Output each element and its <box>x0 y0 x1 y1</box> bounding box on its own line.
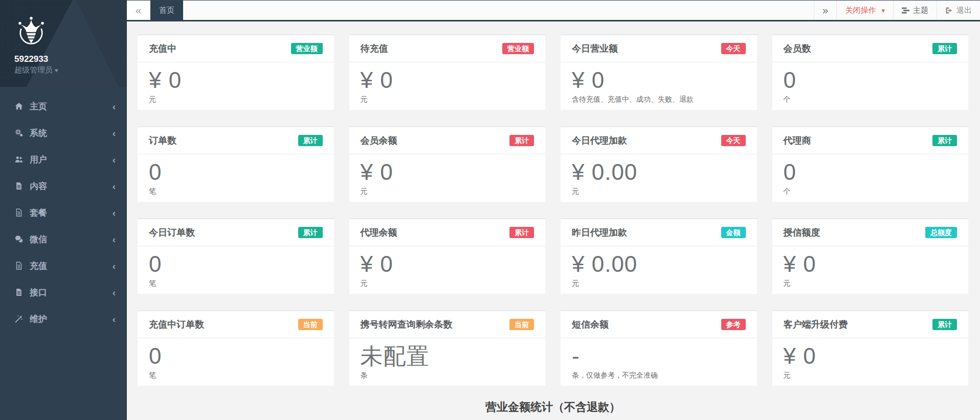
card-value: 0 <box>784 67 957 94</box>
card-title: 客户端升级付费 <box>784 318 848 331</box>
chevron-left-icon: ‹ <box>113 261 116 271</box>
card-title: 今日代理加款 <box>572 134 627 147</box>
close-operations-dropdown[interactable]: 关闭操作 ▾ <box>836 1 893 20</box>
card-unit: 笔 <box>149 371 323 380</box>
user-role-dropdown[interactable]: 超级管理员▾ <box>0 65 127 75</box>
sidebar: 5922933 超级管理员▾ 主页 ‹ 系统 ‹ 用户 ‹ 内容 ‹ 套餐 ‹ … <box>0 0 127 420</box>
user-id: 5922933 <box>0 49 127 65</box>
menu-item-label: 系统 <box>30 127 47 139</box>
stat-card: 昨日代理加款 金额 ¥ 0.00 元 <box>561 218 757 294</box>
card-title: 代理余额 <box>361 226 397 239</box>
card-badge: 金额 <box>721 227 746 239</box>
collapse-sidebar-button[interactable]: « <box>127 1 150 20</box>
stat-card: 今日订单数 累计 0 笔 <box>138 218 334 294</box>
stat-card: 充值中 营业额 ¥ 0 元 <box>138 34 334 110</box>
card-unit: 条，仅做参考，不完全准确 <box>572 371 746 380</box>
card-unit: 条 <box>361 371 534 380</box>
sidebar-item-9[interactable]: 维护 ‹ <box>0 306 127 332</box>
card-value: ¥ 0 <box>149 67 323 94</box>
stat-card: 待充值 营业额 ¥ 0 元 <box>349 34 546 110</box>
chevron-left-icon: ‹ <box>113 102 116 111</box>
card-unit: 元 <box>149 95 323 104</box>
card-badge: 累计 <box>298 135 323 147</box>
caret-down-icon: ▾ <box>881 7 885 14</box>
stat-card: 充值中订单数 当前 0 笔 <box>138 310 334 386</box>
sidebar-item-1[interactable]: 主页 ‹ <box>0 93 127 120</box>
topbar-spacer <box>183 1 814 20</box>
card-title: 今日营业额 <box>572 42 618 55</box>
card-value: ¥ 0 <box>361 67 534 94</box>
stat-card: 今日代理加款 今天 ¥ 0.00 元 <box>561 126 757 202</box>
chevron-left-icon: ‹ <box>113 155 116 165</box>
card-title: 短信余额 <box>572 318 609 331</box>
expand-tabs-button[interactable]: » <box>814 1 837 20</box>
tab-home[interactable]: 首页 <box>150 1 183 20</box>
sidebar-item-6[interactable]: 微信 ‹ <box>0 226 127 252</box>
logout-button[interactable]: 退出 <box>937 1 980 20</box>
sidebar-menu: 主页 ‹ 系统 ‹ 用户 ‹ 内容 ‹ 套餐 ‹ 微信 ‹ 充值 ‹ 接口 ‹ … <box>0 87 127 332</box>
card-unit: 元 <box>572 187 746 196</box>
sidebar-item-4[interactable]: 内容 ‹ <box>0 173 127 199</box>
card-unit: 元 <box>361 187 534 196</box>
sidebar-item-3[interactable]: 用户 ‹ <box>0 146 127 173</box>
card-value: 0 <box>149 343 323 369</box>
card-badge: 营业额 <box>502 43 534 55</box>
card-badge: 累计 <box>298 227 323 239</box>
gears-icon <box>14 129 23 137</box>
stat-cards-grid: 充值中 营业额 ¥ 0 元 待充值 营业额 ¥ 0 元 今日营业额 今天 ¥ 0… <box>138 34 968 386</box>
chevron-left-icon: ‹ <box>113 128 116 138</box>
card-badge: 累计 <box>932 135 957 147</box>
card-value: ¥ 0 <box>784 343 957 369</box>
card-badge: 当前 <box>298 319 323 331</box>
chevron-left-icon: ‹ <box>113 208 116 218</box>
sidebar-item-8[interactable]: 接口 ‹ <box>0 279 127 306</box>
card-unit: 元 <box>361 95 534 104</box>
stat-card: 授信额度 总额度 ¥ 0 元 <box>772 218 969 294</box>
chevron-left-icon: ‹ <box>113 314 116 324</box>
card-title: 昨日代理加款 <box>572 226 627 239</box>
card-title: 待充值 <box>361 42 388 55</box>
users-icon <box>14 155 23 164</box>
sidebar-item-2[interactable]: 系统 ‹ <box>0 120 127 146</box>
card-badge: 今天 <box>721 43 746 55</box>
card-value: ¥ 0 <box>361 251 534 277</box>
card-badge: 累计 <box>509 227 534 239</box>
card-title: 充值中 <box>149 42 176 55</box>
card-unit: 个 <box>784 95 957 104</box>
theme-button[interactable]: 主题 <box>893 1 937 20</box>
card-value: ¥ 0 <box>361 159 534 185</box>
card-unit: 元 <box>361 279 534 288</box>
caret-down-icon: ▾ <box>55 66 58 74</box>
card-title: 今日订单数 <box>149 226 195 239</box>
file-text-icon <box>14 262 23 270</box>
section-title: 营业金额统计（不含退款） <box>138 400 968 415</box>
menu-item-label: 接口 <box>30 287 47 298</box>
stat-card: 订单数 累计 0 笔 <box>138 126 334 202</box>
sidebar-item-7[interactable]: 充值 ‹ <box>0 252 127 279</box>
menu-item-label: 充值 <box>30 260 47 272</box>
stat-card: 客户端升级付费 累计 ¥ 0 元 <box>772 310 969 386</box>
sidebar-profile: 5922933 超级管理员▾ <box>0 0 127 87</box>
card-unit: 个 <box>784 187 957 196</box>
card-value: 0 <box>149 159 323 185</box>
card-value: ¥ 0 <box>784 251 957 277</box>
card-badge: 营业额 <box>291 43 323 55</box>
card-title: 会员余额 <box>361 134 397 147</box>
sign-out-icon <box>945 7 953 14</box>
card-value: - <box>572 343 746 369</box>
card-value: ¥ 0.00 <box>572 159 746 185</box>
card-badge: 累计 <box>932 319 957 331</box>
sidebar-item-5[interactable]: 套餐 ‹ <box>0 199 127 226</box>
card-value: ¥ 0 <box>572 67 746 94</box>
card-title: 会员数 <box>784 42 811 55</box>
card-title: 充值中订单数 <box>149 318 204 331</box>
chevron-left-icon: ‹ <box>113 235 116 244</box>
home-icon <box>14 102 23 110</box>
menu-item-label: 主页 <box>30 101 47 112</box>
card-value: 0 <box>784 159 957 185</box>
card-title: 订单数 <box>149 134 176 147</box>
card-badge: 参考 <box>721 319 746 331</box>
chevron-left-icon: ‹ <box>113 288 116 297</box>
menu-item-label: 内容 <box>30 180 47 192</box>
stat-card: 携号转网查询剩余条数 当前 未配置 条 <box>349 310 546 386</box>
